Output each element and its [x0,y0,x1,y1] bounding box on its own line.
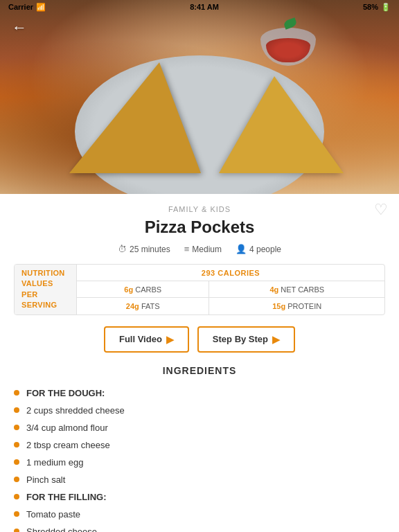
pizza-pocket-main [69,62,201,173]
difficulty-meta: ≡ Medium [184,244,222,254]
ingredient-text: Shredded cheese [26,526,97,532]
protein-cell: 15g PROTEIN [209,298,384,314]
list-item: FOR THE FILLING: [14,488,385,506]
list-item: Tomato paste [14,506,385,523]
bullet-dot [14,459,19,465]
list-item: Pinch salt [14,471,385,488]
status-bar: Carrier 📶 8:41 AM 58% 🔋 [0,0,399,14]
bullet-dot [14,442,19,447]
servings-value: 4 people [249,245,281,254]
recipe-content: FAMILY & KIDS Pizza Pockets ⏱ 25 minutes… [0,194,399,532]
bullet-dot [14,511,19,517]
bullet-dot [14,390,19,396]
battery-icon: 🔋 [381,3,391,12]
ingredient-text: 1 medium egg [26,457,83,468]
net-carbs-label: NET CARBS [281,285,324,294]
ingredient-section-label: FOR THE FILLING: [26,492,107,502]
nutrition-label: NUTRITION VALUES PER SERVING [15,265,77,314]
calories-label: CALORIES [218,269,260,277]
ingredient-text: 3/4 cup almond flour [26,423,108,433]
action-buttons: Full Video ▶ Step By Step ▶ [14,326,385,353]
full-video-button[interactable]: Full Video ▶ [104,326,189,353]
time-value: 25 minutes [130,245,170,254]
ingredient-text: Pinch salt [26,475,65,485]
net-carbs-cell: 4g NET CARBS [209,281,384,298]
back-arrow-icon: ← [12,19,27,37]
nutrition-label-line3: SERVING [21,301,57,309]
time-icon: ⏱ [118,244,127,254]
bullet-dot [14,425,19,430]
servings-icon: 👤 [236,244,247,254]
full-video-play-icon: ▶ [166,334,174,345]
ingredient-text: 2 cups shredded cheese [26,405,125,416]
time-label: 8:41 AM [190,3,219,11]
fats-label: FATS [141,302,160,310]
bullet-dot [14,407,19,413]
carbs-cell: 6g CARBS [77,281,209,298]
pizza-pocket-top [219,76,344,173]
list-item: 2 tbsp cream cheese [14,436,385,454]
time-meta: ⏱ 25 minutes [118,244,170,254]
calories-cell: 293 CALORIES [77,265,384,281]
ingredient-section-label: FOR THE DOUGH: [26,388,105,398]
status-time: 8:41 AM [190,3,219,11]
ingredients-section-header: INGREDIENTS [14,365,385,376]
bullet-dot [14,494,19,499]
difficulty-icon: ≡ [184,244,190,254]
bullet-dot [14,477,19,482]
nutrition-label-line2: VALUES PER [21,279,53,298]
list-item: 3/4 cup almond flour [14,419,385,436]
bowl-contents [266,38,310,62]
step-by-step-play-icon: ▶ [272,334,280,345]
wifi-icon: 📶 [36,3,46,12]
status-battery: 58% 🔋 [363,3,391,12]
step-by-step-label: Step By Step [213,334,268,344]
favorite-button[interactable]: ♡ [374,201,388,219]
recipe-title: Pizza Pockets [14,218,385,237]
calories-value: 293 [202,269,215,277]
recipe-meta: ⏱ 25 minutes ≡ Medium 👤 4 people [14,244,385,254]
carbs-value: 6g [124,285,133,294]
back-button[interactable]: ← [8,17,30,39]
ingredients-list: FOR THE DOUGH:2 cups shredded cheese3/4 … [14,384,385,532]
status-carrier: Carrier 📶 [8,3,46,12]
list-item: 2 cups shredded cheese [14,402,385,419]
ingredient-text: 2 tbsp cream cheese [26,440,110,450]
nutrition-label-line1: NUTRITION [21,269,65,277]
ingredient-text: Tomato paste [26,509,80,520]
carrier-label: Carrier [8,3,33,11]
bullet-dot [14,529,19,532]
list-item: Shredded cheese [14,523,385,532]
list-item: 1 medium egg [14,454,385,471]
servings-meta: 👤 4 people [236,244,281,254]
category-label: FAMILY & KIDS [14,205,385,213]
difficulty-value: Medium [192,245,222,254]
fats-value: 24g [126,302,139,310]
heart-icon: ♡ [374,201,388,218]
protein-value: 15g [272,302,285,310]
nutrition-table: NUTRITION VALUES PER SERVING 293 CALORIE… [14,264,385,315]
hero-image: ← [0,0,399,194]
list-item: FOR THE DOUGH: [14,384,385,402]
battery-label: 58% [363,3,378,11]
step-by-step-button[interactable]: Step By Step ▶ [197,326,295,353]
net-carbs-value: 4g [269,285,278,294]
full-video-label: Full Video [119,334,162,344]
carbs-label: CARBS [135,285,161,294]
protein-label: PROTEIN [287,302,321,310]
fats-cell: 24g FATS [77,298,209,314]
